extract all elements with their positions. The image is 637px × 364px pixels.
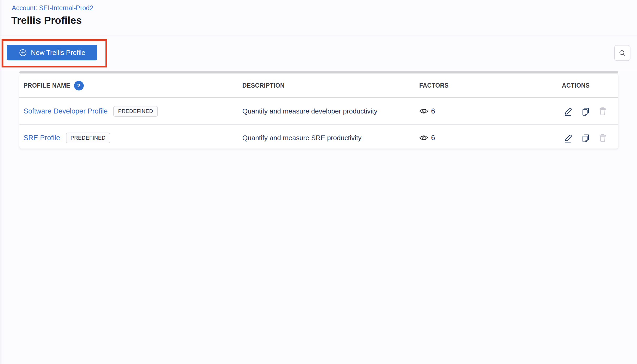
trash-icon — [598, 133, 607, 143]
eye-icon — [419, 108, 428, 115]
header-divider — [0, 36, 637, 36]
search-button[interactable] — [614, 45, 630, 61]
delete-profile-button[interactable] — [598, 133, 607, 143]
edit-profile-button[interactable] — [564, 133, 573, 143]
column-header-factors: FACTORS — [419, 82, 562, 89]
column-header-profile-name: PROFILE NAME 2 — [24, 81, 242, 90]
table-horizontal-scrollbar[interactable] — [19, 71, 618, 73]
table-row: Software Developer Profile PREDEFINED Qu… — [19, 98, 618, 125]
profile-description: Quantify and measure SRE productivity — [242, 134, 419, 142]
table-header-row: PROFILE NAME 2 DESCRIPTION FACTORS ACTIO… — [19, 74, 618, 98]
search-icon — [618, 49, 626, 57]
profile-count-badge: 2 — [74, 81, 84, 90]
factors-count: 6 — [431, 134, 435, 142]
profile-link-sre[interactable]: SRE Profile — [24, 134, 60, 142]
delete-profile-button[interactable] — [598, 106, 607, 116]
profile-description: Quantify and measure developer productiv… — [242, 107, 419, 115]
predefined-badge: PREDEFINED — [113, 106, 158, 117]
trash-icon — [598, 106, 607, 116]
new-trellis-profile-button[interactable]: New Trellis Profile — [7, 45, 97, 60]
toolbar-divider — [0, 70, 637, 70]
clone-profile-button[interactable] — [581, 106, 590, 116]
predefined-badge: PREDEFINED — [66, 133, 110, 143]
account-breadcrumb-link[interactable]: Account: SEI-Internal-Prod2 — [12, 4, 93, 12]
circle-plus-icon — [19, 49, 27, 57]
factors-cell: 6 — [419, 134, 562, 142]
edit-profile-button[interactable] — [564, 106, 573, 116]
page-title: Trellis Profiles — [11, 15, 82, 26]
copy-icon — [581, 133, 590, 143]
new-trellis-profile-label: New Trellis Profile — [31, 49, 85, 57]
clone-profile-button[interactable] — [581, 133, 590, 143]
eye-icon — [419, 134, 428, 141]
content-left-edge — [0, 0, 2, 364]
factors-cell: 6 — [419, 107, 562, 115]
factors-count: 6 — [431, 107, 435, 115]
pencil-icon — [564, 106, 573, 116]
profiles-table: PROFILE NAME 2 DESCRIPTION FACTORS ACTIO… — [19, 74, 618, 149]
table-row: SRE Profile PREDEFINED Quantify and meas… — [19, 125, 618, 151]
copy-icon — [581, 106, 590, 116]
column-header-actions: ACTIONS — [562, 82, 614, 89]
pencil-icon — [564, 133, 573, 143]
profile-name-header-label: PROFILE NAME — [24, 82, 70, 89]
profile-link-software-developer[interactable]: Software Developer Profile — [24, 107, 108, 115]
column-header-description: DESCRIPTION — [242, 82, 419, 89]
